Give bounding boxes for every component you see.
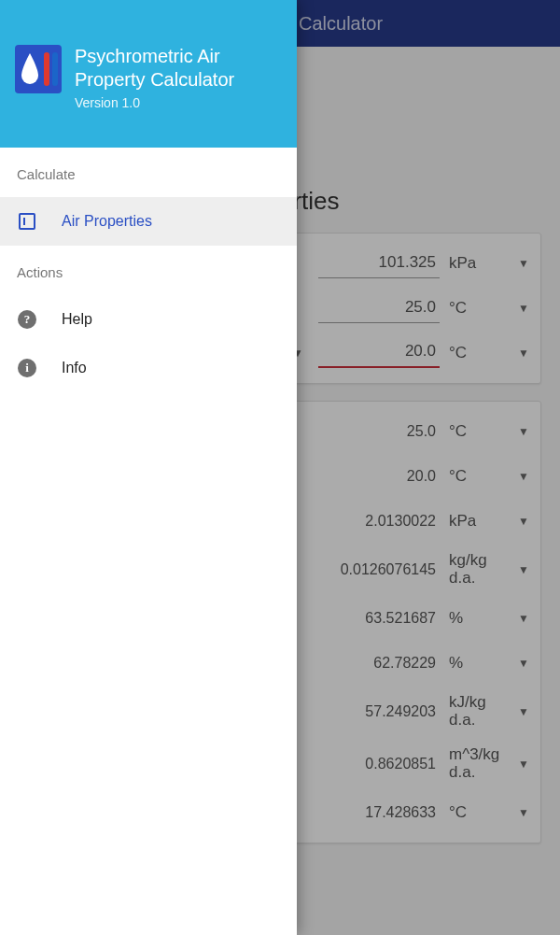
- drawer-version: Version 1.0: [75, 95, 282, 110]
- nav-item-label: Help: [62, 311, 280, 328]
- help-icon: ?: [17, 309, 37, 330]
- nav-item-air-properties[interactable]: Air Properties: [0, 197, 297, 246]
- app-icon: [15, 45, 62, 93]
- thermometer-red-icon: [44, 52, 49, 86]
- info-icon: i: [17, 358, 37, 378]
- drawer-title: Psychrometric Air Property Calculator: [75, 45, 282, 92]
- nav-item-label: Info: [62, 360, 280, 376]
- thermometer-blue-icon: [52, 52, 58, 86]
- document-icon: [17, 211, 37, 232]
- section-label-actions: Actions: [0, 246, 297, 295]
- drawer-header: Psychrometric Air Property Calculator Ve…: [0, 0, 297, 148]
- navigation-drawer: Psychrometric Air Property Calculator Ve…: [0, 0, 297, 935]
- nav-item-info[interactable]: i Info: [0, 344, 297, 392]
- nav-item-label: Air Properties: [62, 213, 280, 230]
- section-label-calculate: Calculate: [0, 148, 297, 197]
- nav-item-help[interactable]: ? Help: [0, 295, 297, 344]
- water-drop-icon: [19, 51, 41, 87]
